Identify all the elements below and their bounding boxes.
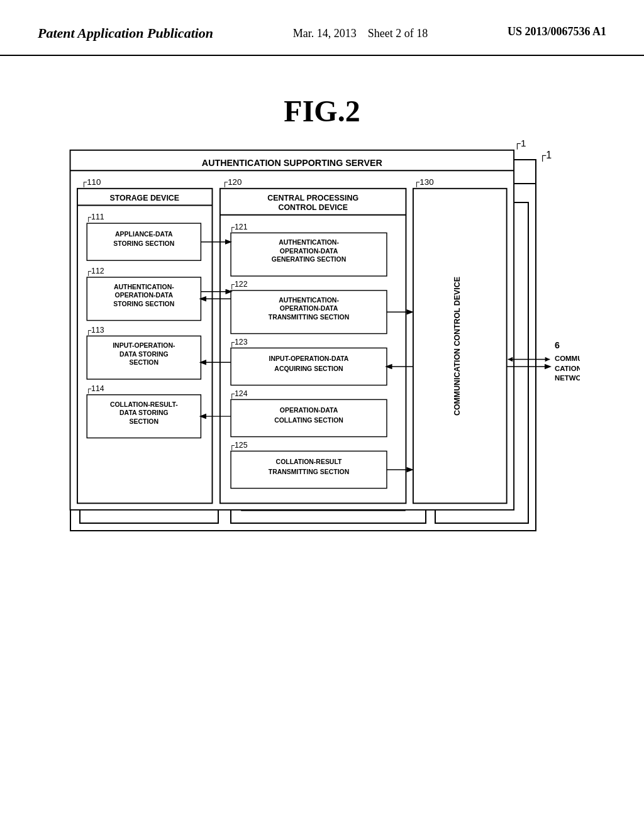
svg-text:INPUT-OPERATION-DATA: INPUT-OPERATION-DATA: [269, 355, 349, 362]
svg-text:TRANSMITTING SECTION: TRANSMITTING SECTION: [269, 468, 350, 475]
ref-112: ┌112: [86, 267, 104, 276]
svg-text:TRANSMITTING SECTION: TRANSMITTING SECTION: [269, 314, 350, 321]
svg-text:INPUT-OPERATION-: INPUT-OPERATION-: [113, 342, 175, 349]
ref-121: ┌121: [229, 223, 248, 232]
sheet-label: Sheet 2 of 18: [368, 27, 428, 40]
central-ref: ┌120: [222, 177, 242, 187]
ref-114: ┌114: [86, 384, 104, 394]
svg-text:DATA STORING: DATA STORING: [119, 351, 169, 358]
svg-text:COLLATION-RESULT-: COLLATION-RESULT-: [110, 401, 178, 408]
ref-123: ┌123: [229, 338, 248, 347]
server-title-text: AUTHENTICATION SUPPORTING SERVER: [202, 158, 383, 168]
page-header: Patent Application Publication Mar. 14, …: [0, 0, 644, 56]
central-title-2: CONTROL DEVICE: [278, 203, 347, 212]
svg-text:COLLATION-RESULT: COLLATION-RESULT: [276, 458, 342, 465]
storage-ref: ┌110: [81, 177, 101, 187]
publication-label: Patent Application Publication: [38, 25, 213, 42]
ref-125: ┌125: [229, 441, 248, 450]
svg-text:AUTHENTICATION-: AUTHENTICATION-: [279, 239, 339, 246]
svg-text:STORING SECTION: STORING SECTION: [113, 240, 174, 247]
ref-124: ┌124: [229, 389, 248, 399]
sheet-info: Mar. 14, 2013 Sheet 2 of 18: [293, 25, 428, 42]
svg-text:GENERATING SECTION: GENERATING SECTION: [272, 256, 346, 263]
comm-ref: ┌130: [414, 177, 434, 187]
svg-text:OPERATION-DATA: OPERATION-DATA: [115, 292, 174, 299]
network-label-3: NETWORK: [555, 374, 580, 382]
network-ref: 6: [555, 340, 560, 350]
svg-text:SECTION: SECTION: [130, 418, 159, 425]
diagram-container: ┌1 AUTHENTICATION SUPPORTING SERVER ┌110…: [38, 147, 606, 518]
svg-text:OPERATION-DATA: OPERATION-DATA: [280, 305, 338, 312]
patent-number: US 2013/0067536 A1: [508, 25, 606, 38]
svg-text:STORING SECTION: STORING SECTION: [113, 301, 174, 307]
comm-control-title: COMMUNICATION CONTROL DEVICE: [453, 277, 462, 416]
svg-text:SECTION: SECTION: [130, 359, 159, 366]
svg-text:APPLIANCE-DATA: APPLIANCE-DATA: [115, 231, 173, 238]
server-corner-label: ┌1: [514, 138, 526, 150]
main-diagram-svg: ┌1 AUTHENTICATION SUPPORTING SERVER ┌110…: [64, 135, 580, 518]
ref-122: ┌122: [229, 280, 248, 289]
svg-text:AUTHENTICATION-: AUTHENTICATION-: [114, 284, 174, 290]
storage-device-title: STORAGE DEVICE: [110, 194, 179, 202]
svg-text:ACQUIRING SECTION: ACQUIRING SECTION: [274, 365, 343, 372]
svg-text:DATA STORING: DATA STORING: [119, 409, 169, 416]
svg-text:COLLATING SECTION: COLLATING SECTION: [274, 417, 343, 424]
svg-text:AUTHENTICATION-: AUTHENTICATION-: [279, 297, 339, 304]
network-label-1: COMMUNI-: [555, 355, 580, 362]
date-label: Mar. 14, 2013: [293, 27, 357, 40]
figure-title: FIG.2: [0, 94, 644, 128]
ref-111: ┌111: [86, 213, 104, 222]
svg-text:OPERATION-DATA: OPERATION-DATA: [280, 248, 338, 255]
network-label-2: CATION: [555, 365, 580, 372]
svg-text:OPERATION-DATA: OPERATION-DATA: [280, 407, 338, 414]
ref-113: ┌113: [86, 326, 104, 335]
central-title-1: CENTRAL PROCESSING: [267, 194, 358, 202]
arrow-right-head: [545, 357, 550, 362]
